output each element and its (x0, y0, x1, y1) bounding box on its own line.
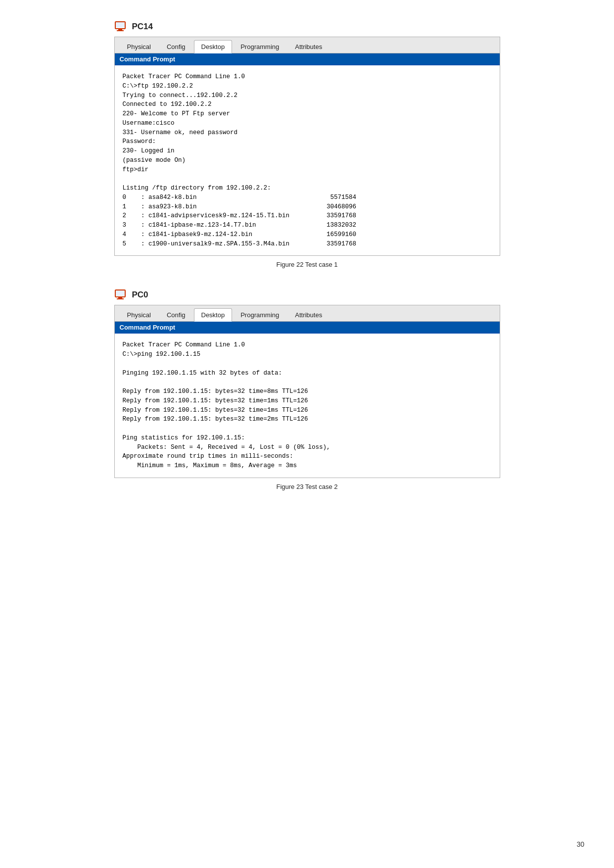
pc-icon-1 (114, 20, 128, 34)
svg-rect-5 (118, 297, 122, 298)
figure2-command-prompt-label: Command Prompt (120, 324, 176, 331)
figure1-terminal[interactable]: Packet Tracer PC Command Line 1.0 C:\>ft… (115, 65, 500, 255)
tab-physical-2[interactable]: Physical (120, 308, 158, 321)
tab-programming-1[interactable]: Programming (233, 40, 286, 53)
figure1-device-name: PC14 (132, 22, 153, 32)
tab-desktop-2[interactable]: Desktop (194, 308, 233, 322)
tab-attributes-1[interactable]: Attributes (287, 40, 330, 53)
figure1-window: Physical Config Desktop Programming Attr… (114, 37, 500, 256)
svg-rect-2 (117, 30, 124, 31)
tab-desktop-1[interactable]: Desktop (194, 40, 233, 53)
svg-rect-7 (116, 290, 125, 296)
svg-rect-1 (118, 29, 122, 30)
figure1-device-header: PC14 (114, 20, 153, 34)
figure2-device-name: PC0 (132, 290, 148, 300)
svg-rect-3 (116, 22, 125, 28)
figure2-block: PC0 Physical Config Desktop Programming … (114, 288, 500, 490)
figure1-command-prompt-bar: Command Prompt (115, 53, 500, 65)
figure1-command-prompt-label: Command Prompt (120, 55, 176, 63)
figure2-terminal[interactable]: Packet Tracer PC Command Line 1.0 C:\>pi… (115, 334, 500, 478)
figure2-tab-bar[interactable]: Physical Config Desktop Programming Attr… (115, 305, 500, 322)
figure1-caption: Figure 22 Test case 1 (276, 261, 337, 268)
pc-icon-2 (114, 288, 128, 302)
figure2-device-header: PC0 (114, 288, 148, 302)
tab-physical-1[interactable]: Physical (120, 40, 158, 53)
figure2-caption: Figure 23 Test case 2 (276, 483, 337, 490)
page-number: 30 (576, 840, 584, 848)
tab-programming-2[interactable]: Programming (233, 308, 286, 321)
tab-config-1[interactable]: Config (159, 40, 193, 53)
figure2-window: Physical Config Desktop Programming Attr… (114, 305, 500, 478)
svg-rect-6 (117, 298, 124, 299)
figure1-tab-bar[interactable]: Physical Config Desktop Programming Attr… (115, 37, 500, 53)
figure1-block: PC14 Physical Config Desktop Programming… (114, 20, 500, 268)
tab-attributes-2[interactable]: Attributes (287, 308, 330, 321)
figure2-command-prompt-bar: Command Prompt (115, 322, 500, 334)
tab-config-2[interactable]: Config (159, 308, 193, 321)
